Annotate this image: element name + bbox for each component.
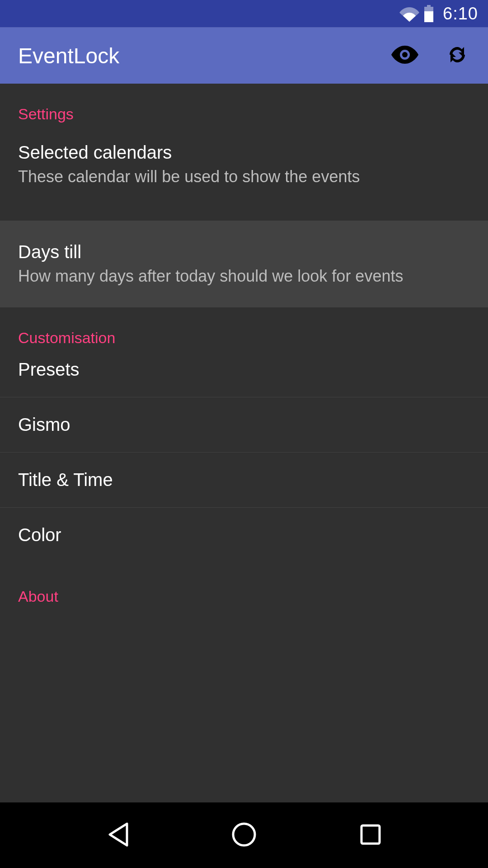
item-title: Presets <box>18 359 80 379</box>
wifi-icon <box>399 5 419 22</box>
recents-icon <box>360 824 381 847</box>
item-subtitle: How many days after today should we look… <box>18 266 470 287</box>
settings-list: Settings Selected calendars These calend… <box>0 84 488 802</box>
item-days-till[interactable]: Days till How many days after today shou… <box>0 221 488 307</box>
back-button[interactable] <box>99 817 136 854</box>
status-time: 6:10 <box>443 4 478 24</box>
section-header-about: About <box>0 562 488 605</box>
item-subtitle: These calendar will be used to show the … <box>18 166 470 187</box>
battery-icon <box>424 5 434 22</box>
svg-rect-6 <box>361 826 380 844</box>
navigation-bar <box>0 802 488 868</box>
item-gismo[interactable]: Gismo <box>0 397 488 452</box>
recents-button[interactable] <box>352 817 389 854</box>
back-icon <box>106 822 129 849</box>
app-bar-actions <box>392 43 470 68</box>
item-title: Days till <box>18 241 470 263</box>
visibility-button[interactable] <box>392 43 418 68</box>
sync-icon <box>446 43 469 68</box>
app-title: EventLock <box>18 43 392 68</box>
app-bar: EventLock <box>0 27 488 84</box>
sync-button[interactable] <box>445 43 470 68</box>
svg-rect-2 <box>424 11 433 22</box>
item-title: Title & Time <box>18 470 113 490</box>
item-title-time[interactable]: Title & Time <box>0 452 488 507</box>
section-header-customisation: Customisation <box>0 307 488 347</box>
item-title: Gismo <box>18 415 70 434</box>
svg-rect-0 <box>427 5 431 7</box>
item-color[interactable]: Color <box>0 507 488 562</box>
item-title: Selected calendars <box>18 141 470 164</box>
svg-point-4 <box>402 52 408 57</box>
status-bar: 6:10 <box>0 0 488 27</box>
eye-icon <box>391 46 418 66</box>
section-header-settings: Settings <box>0 84 488 123</box>
svg-point-5 <box>233 824 255 845</box>
home-button[interactable] <box>226 817 262 854</box>
item-title: Color <box>18 525 61 545</box>
item-presets[interactable]: Presets <box>0 347 488 397</box>
home-icon <box>232 822 256 849</box>
item-selected-calendars[interactable]: Selected calendars These calendar will b… <box>0 123 488 203</box>
